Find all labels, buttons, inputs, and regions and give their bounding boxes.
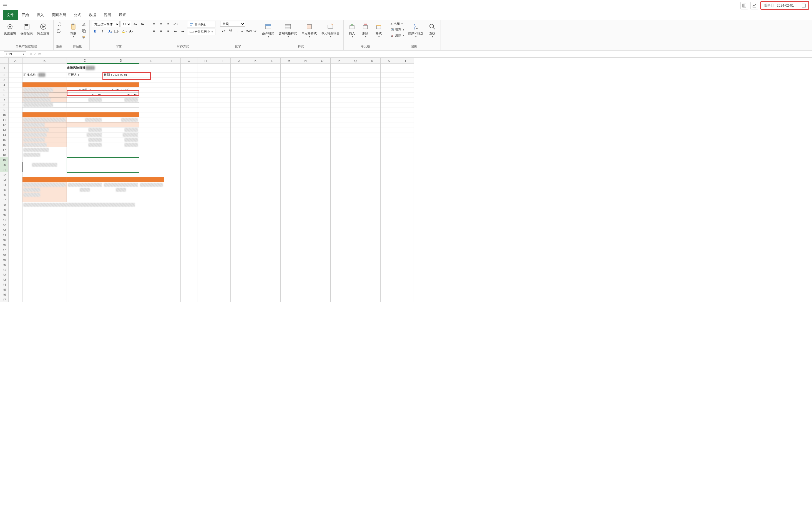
row-header[interactable]: 40 — [0, 262, 8, 267]
grid-view-button[interactable] — [740, 2, 748, 9]
row-header[interactable]: 25 — [0, 187, 8, 192]
row-header[interactable]: 32 — [0, 222, 8, 227]
decrease-font-button[interactable]: A▾ — [139, 21, 146, 27]
row-header[interactable]: 20 — [0, 162, 8, 167]
date-label-cell[interactable]: 日期：2024-02-01 — [103, 73, 139, 77]
fx-icon[interactable]: fx — [38, 52, 41, 56]
col-header-E[interactable]: E — [139, 58, 164, 63]
col-header-M[interactable]: M — [281, 58, 297, 63]
tab-view[interactable]: 视图 — [100, 10, 115, 20]
decrease-decimal-button[interactable]: .00→.0 — [249, 28, 256, 34]
tab-insert[interactable]: 插入 — [33, 10, 48, 20]
indent-decrease-button[interactable]: ⇤ — [172, 28, 179, 35]
row-header[interactable]: 33 — [0, 227, 8, 232]
col-header-I[interactable]: I — [214, 58, 231, 63]
row-header[interactable]: 38 — [0, 252, 8, 257]
section2-header[interactable] — [22, 113, 67, 117]
row-header[interactable]: 19 — [0, 157, 8, 162]
row-header[interactable]: 12 — [0, 122, 8, 127]
undo-button[interactable] — [56, 21, 62, 27]
col-header-B[interactable]: B — [22, 58, 67, 63]
table-style-button[interactable]: 套用表格样式 — [277, 21, 299, 39]
number-format-select[interactable]: 常规 — [220, 21, 245, 27]
row-header[interactable]: 23 — [0, 177, 8, 182]
row-header[interactable]: 36 — [0, 242, 8, 247]
row-header[interactable]: 29 — [0, 207, 8, 212]
paste-button[interactable]: 粘贴 — [67, 21, 79, 39]
row-header[interactable]: 21 — [0, 167, 8, 172]
row-header[interactable]: 35 — [0, 237, 8, 242]
row-header[interactable]: 9 — [0, 107, 8, 113]
copy-button[interactable] — [80, 28, 87, 34]
full-recalc-button[interactable]: 完全重算 — [36, 21, 51, 36]
format-cells-button[interactable]: 格式 — [373, 21, 385, 39]
tab-home[interactable]: 开始 — [18, 10, 33, 20]
observe-date-picker[interactable]: 观察日 — [760, 1, 809, 10]
align-bottom-button[interactable]: ≡ — [165, 21, 172, 27]
row-header[interactable]: 28 — [0, 202, 8, 207]
row-header[interactable]: 24 — [0, 182, 8, 187]
row-header[interactable]: 18 — [0, 152, 8, 157]
row-header[interactable]: 42 — [0, 272, 8, 277]
fill-color-button[interactable] — [121, 28, 127, 35]
row-header[interactable]: 15 — [0, 137, 8, 142]
row-header[interactable]: 44 — [0, 282, 8, 287]
save-report-button[interactable]: 保存报表 — [19, 21, 35, 36]
col-header-R[interactable]: R — [364, 58, 381, 63]
col-header-L[interactable]: L — [264, 58, 281, 63]
col-header-P[interactable]: P — [331, 58, 347, 63]
row-header[interactable]: 7 — [0, 97, 8, 102]
conditional-format-button[interactable]: 条件格式 — [260, 21, 276, 39]
section1-header[interactable] — [22, 82, 67, 87]
cancel-formula-icon[interactable]: ✕ — [29, 52, 32, 56]
row-header[interactable]: 31 — [0, 217, 8, 222]
percent-button[interactable]: % — [227, 28, 234, 34]
merge-center-button[interactable]: 合并后居中 — [187, 28, 215, 35]
col-header-K[interactable]: K — [247, 58, 264, 63]
col-header-S[interactable]: S — [381, 58, 397, 63]
row-header[interactable]: 1 — [0, 63, 8, 73]
cell-style-button[interactable]: 单元格样式 — [300, 21, 318, 39]
col-header-J[interactable]: J — [231, 58, 247, 63]
format-painter-button[interactable] — [80, 35, 87, 41]
tab-formula[interactable]: 公式 — [70, 10, 85, 20]
row-header[interactable]: 43 — [0, 277, 8, 282]
col-header-Q[interactable]: Q — [347, 58, 364, 63]
sort-filter-button[interactable]: AZ 排序和筛选 — [407, 21, 425, 39]
chart-view-button[interactable] — [750, 2, 758, 9]
reporter-label-cell[interactable]: 汇报人： — [67, 73, 103, 77]
col-header-T[interactable]: T — [397, 58, 414, 63]
row-header[interactable]: 39 — [0, 257, 8, 262]
align-top-button[interactable]: ≡ — [151, 21, 157, 27]
tab-data[interactable]: 数据 — [85, 10, 100, 20]
row-header[interactable]: 46 — [0, 292, 8, 297]
col-team-total-header[interactable]: Team Total — [103, 87, 139, 93]
tab-layout[interactable]: 页面布局 — [48, 10, 70, 20]
row-header[interactable]: 17 — [0, 147, 8, 152]
font-family-select[interactable]: 方正仿宋简体 — [92, 21, 120, 27]
row-header[interactable]: 22 — [0, 172, 8, 177]
row-header[interactable]: 37 — [0, 247, 8, 252]
section3-header[interactable] — [22, 177, 67, 182]
set-logic-button[interactable]: 设置逻辑 — [2, 21, 18, 36]
row-header[interactable]: 34 — [0, 232, 8, 237]
org-label-cell[interactable]: 汇报机构：███ — [22, 73, 67, 77]
fill-button[interactable]: 填充 — [390, 27, 405, 32]
comma-button[interactable]: , — [235, 28, 241, 34]
row-header[interactable]: 30 — [0, 212, 8, 217]
align-center-button[interactable]: ≡ — [158, 28, 164, 35]
row-header[interactable]: 2 — [0, 73, 8, 77]
selected-range[interactable] — [67, 157, 139, 172]
orientation-button[interactable]: ⤢ — [172, 21, 179, 27]
italic-button[interactable]: I — [99, 28, 106, 35]
spreadsheet-grid[interactable]: A B C D E F G H I J K L M N O P Q R S T … — [0, 58, 812, 521]
row-header[interactable]: 14 — [0, 133, 8, 137]
row-header[interactable]: 47 — [0, 297, 8, 302]
find-button[interactable]: 查找 — [426, 21, 438, 39]
col-trading-header[interactable]: Trading — [67, 87, 103, 93]
row-header[interactable]: 27 — [0, 197, 8, 202]
clear-button[interactable]: 清除 — [390, 33, 405, 38]
cell-editor-button[interactable]: 单元格编辑器 — [319, 21, 341, 39]
increase-decimal-button[interactable]: .0→.00 — [242, 28, 249, 34]
row-header[interactable]: 16 — [0, 142, 8, 147]
